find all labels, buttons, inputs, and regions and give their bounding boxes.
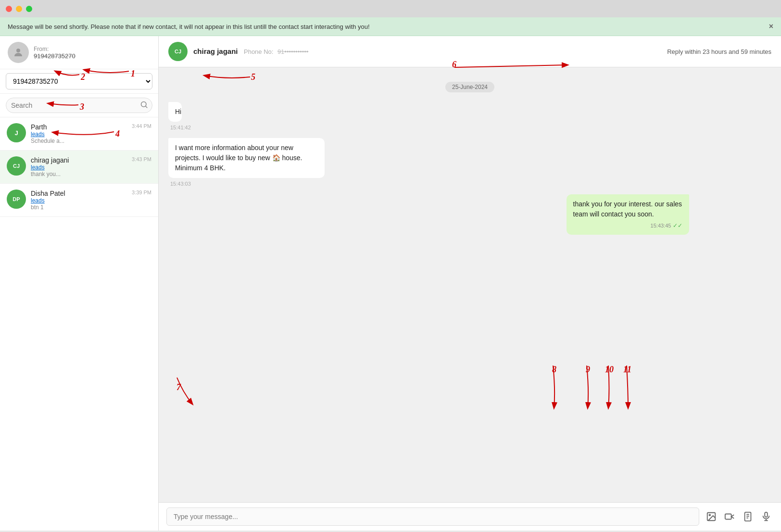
contact-tag-disha[interactable]: leads <box>31 197 127 204</box>
chat-contact-avatar: CJ <box>168 42 188 61</box>
message-row-1: Hi 15:41:42 <box>168 102 771 130</box>
contact-time-parth: 3:44 PM <box>132 123 151 129</box>
search-input[interactable] <box>6 98 152 113</box>
svg-rect-10 <box>765 512 768 517</box>
contact-avatar-chirag: CJ <box>7 156 26 176</box>
contact-tag-chirag[interactable]: leads <box>31 164 127 171</box>
contact-preview-chirag: thank you... <box>31 171 127 177</box>
contact-info-chirag: chirag jagani leads thank you... <box>31 156 127 177</box>
message-bubble-2: I want more information about your new p… <box>168 138 429 187</box>
message-bubble-3: thank you for your interest. our sales t… <box>567 194 771 235</box>
message-bubble-1: Hi 15:41:42 <box>168 102 191 130</box>
file-attach-button[interactable] <box>741 509 755 524</box>
reply-timer: Reply within 23 hours and 59 minutes <box>667 48 771 55</box>
contact-info-parth: Parth leads Schedule a... <box>31 123 127 144</box>
notification-banner: Message will be send shortly. Please not… <box>0 17 781 36</box>
svg-point-1 <box>141 102 147 107</box>
close-button[interactable] <box>6 6 12 12</box>
voice-record-button[interactable] <box>759 509 773 524</box>
contact-name-chirag: chirag jagani <box>31 156 127 164</box>
message-time-2: 15:43:03 <box>170 181 429 187</box>
chat-phone-number: 91••••••••••• <box>277 48 309 55</box>
main-layout: From: 919428735270 919428735270 <box>0 36 781 531</box>
minimize-button[interactable] <box>16 6 22 12</box>
from-info: From: 919428735270 <box>34 46 76 60</box>
from-number: 919428735270 <box>34 52 76 60</box>
message-time-3: 15:43:45 <box>651 222 671 230</box>
message-row-2: I want more information about your new p… <box>168 138 771 187</box>
message-text-3: thank you for your interest. our sales t… <box>567 194 690 235</box>
svg-point-4 <box>709 514 710 516</box>
phone-select-wrapper: 919428735270 <box>0 69 158 94</box>
search-wrapper <box>0 94 158 117</box>
contact-item-chirag[interactable]: CJ chirag jagani leads thank you... 3:43… <box>0 151 158 184</box>
sidebar-header: From: 919428735270 <box>0 36 158 69</box>
contact-item-parth[interactable]: J Parth leads Schedule a... 3:44 PM <box>0 117 158 151</box>
titlebar <box>0 0 781 17</box>
banner-message: Message will be send shortly. Please not… <box>8 23 370 30</box>
chat-phone-label: Phone No: <box>244 48 273 55</box>
contact-avatar-disha: DP <box>7 190 26 209</box>
search-container <box>6 98 152 113</box>
contact-time-chirag: 3:43 PM <box>132 156 151 162</box>
chat-header: CJ chirag jagani Phone No: 91•••••••••••… <box>159 36 781 67</box>
message-input[interactable] <box>166 507 699 526</box>
message-text-2: I want more information about your new p… <box>168 138 325 178</box>
svg-point-0 <box>16 49 20 52</box>
chat-header-left: CJ chirag jagani Phone No: 91••••••••••• <box>168 42 308 61</box>
contact-tag-parth[interactable]: leads <box>31 131 127 138</box>
chat-area: CJ chirag jagani Phone No: 91•••••••••••… <box>159 36 781 531</box>
image-attach-button[interactable] <box>704 509 718 524</box>
contact-name-parth: Parth <box>31 123 127 131</box>
message-text-1: Hi <box>168 102 182 122</box>
checkmark-icon: ✓✓ <box>673 221 682 230</box>
from-label: From: <box>34 46 76 52</box>
contact-preview-parth: Schedule a... <box>31 138 127 144</box>
date-separator: 25-June-2024 <box>168 82 771 92</box>
contact-item-disha[interactable]: DP Disha Patel leads btn 1 3:39 PM <box>0 184 158 217</box>
video-attach-button[interactable] <box>722 509 737 524</box>
svg-line-2 <box>146 106 148 108</box>
phone-select[interactable]: 919428735270 <box>6 73 152 89</box>
contact-avatar-parth: J <box>7 123 26 142</box>
sidebar: From: 919428735270 919428735270 <box>0 36 159 531</box>
chat-contact-details: chirag jagani Phone No: 91••••••••••• <box>193 47 308 56</box>
contact-list: J Parth leads Schedule a... 3:44 PM CJ c… <box>0 117 158 531</box>
contact-preview-disha: btn 1 <box>31 204 127 211</box>
svg-rect-5 <box>725 514 731 519</box>
banner-close-button[interactable]: × <box>769 22 773 31</box>
chat-messages: 25-June-2024 Hi 15:41:42 I want more inf… <box>159 67 781 502</box>
contact-name-disha: Disha Patel <box>31 190 127 197</box>
message-row-3: thank you for your interest. our sales t… <box>168 194 771 235</box>
input-actions <box>704 509 773 524</box>
contact-time-disha: 3:39 PM <box>132 190 151 195</box>
contact-info-disha: Disha Patel leads btn 1 <box>31 190 127 211</box>
chat-input-area <box>159 502 781 531</box>
date-badge: 25-June-2024 <box>445 82 494 92</box>
message-time-1: 15:41:42 <box>170 125 191 130</box>
search-icon-button[interactable] <box>140 101 148 110</box>
user-avatar <box>8 42 29 63</box>
maximize-button[interactable] <box>26 6 32 12</box>
chat-contact-name: chirag jagani <box>193 47 238 55</box>
